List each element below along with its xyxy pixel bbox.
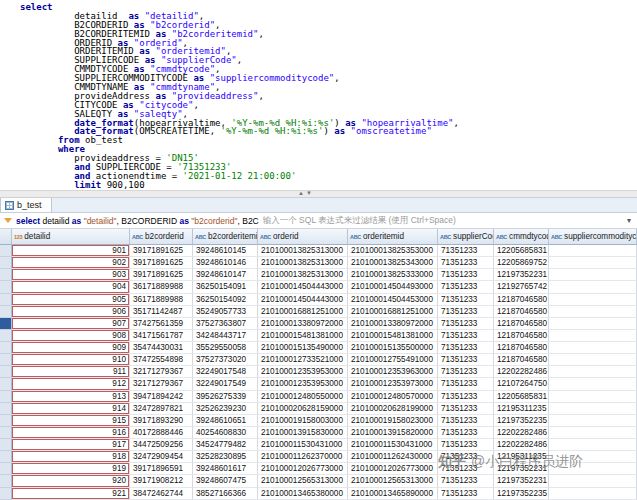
grid-cell[interactable] xyxy=(549,257,637,269)
grid-cell[interactable]: 71351233 xyxy=(438,378,494,390)
grid-cell[interactable]: 12197352235 xyxy=(494,415,549,427)
column-header-b2corderid[interactable]: ABCb2corderid xyxy=(130,229,193,245)
grid-cell[interactable]: 71351233 xyxy=(438,475,494,487)
grid-cell[interactable]: 910 xyxy=(12,354,130,366)
grid-cell[interactable]: 71351233 xyxy=(438,306,494,318)
grid-cell[interactable]: 39171908212 xyxy=(130,475,193,487)
row-header[interactable] xyxy=(0,281,12,293)
grid-cell[interactable]: 38527166366 xyxy=(193,488,258,500)
grid-cell[interactable] xyxy=(549,391,637,403)
tab-result-b-test[interactable]: b_test xyxy=(0,198,52,212)
grid-cell[interactable]: 71351233 xyxy=(438,354,494,366)
grid-cell[interactable]: 210100015481381000 xyxy=(348,330,438,342)
grid-cell[interactable]: 210100012353963000 xyxy=(348,366,438,378)
grid-cell[interactable] xyxy=(549,354,637,366)
row-header[interactable] xyxy=(0,354,12,366)
grid-cell[interactable]: 12205869752 xyxy=(494,257,549,269)
grid-cell[interactable] xyxy=(549,281,637,293)
grid-cell[interactable]: 39248607475 xyxy=(193,475,258,487)
row-header[interactable] xyxy=(0,294,12,306)
row-header[interactable] xyxy=(0,257,12,269)
grid-cell[interactable] xyxy=(549,439,637,451)
grid-cell[interactable]: 210100011530431000 xyxy=(348,439,438,451)
grid-cell[interactable]: 71351233 xyxy=(438,439,494,451)
grid-cell[interactable]: 39171891625 xyxy=(130,245,193,257)
row-header[interactable] xyxy=(0,439,12,451)
grid-cell[interactable]: 12205685831 xyxy=(494,245,549,257)
grid-cell[interactable] xyxy=(549,245,637,257)
pane-splitter[interactable]: ▲▼ xyxy=(0,190,637,198)
column-header-detailid[interactable]: 123detailid xyxy=(12,229,130,245)
grid-cell[interactable] xyxy=(549,366,637,378)
grid-cell[interactable]: 34248443717 xyxy=(193,330,258,342)
grid-cell[interactable]: 39526275339 xyxy=(193,391,258,403)
grid-cell[interactable]: 32249017548 xyxy=(193,366,258,378)
grid-cell[interactable]: 32171279367 xyxy=(130,366,193,378)
grid-cell[interactable] xyxy=(549,475,637,487)
grid-cell[interactable] xyxy=(549,294,637,306)
grid-cell[interactable]: 12187046580 xyxy=(494,354,549,366)
grid-cell[interactable]: 35529550058 xyxy=(193,342,258,354)
grid-cell[interactable]: 210100012755491000 xyxy=(348,354,438,366)
grid-cell[interactable]: 39248610146 xyxy=(193,257,258,269)
grid-cell[interactable]: 12187046580 xyxy=(494,318,549,330)
grid-cell[interactable]: 71351233 xyxy=(438,281,494,293)
grid-cell[interactable]: 920 xyxy=(12,475,130,487)
grid-cell[interactable]: 39248610147 xyxy=(193,269,258,281)
grid-cell[interactable]: 210100013825333000 xyxy=(348,269,438,281)
column-header-supplierCode[interactable]: ABCsupplierCode xyxy=(438,229,494,245)
grid-cell[interactable]: 71351233 xyxy=(438,488,494,500)
grid-cell[interactable]: 40172888446 xyxy=(130,427,193,439)
row-header[interactable] xyxy=(0,342,12,354)
row-header[interactable] xyxy=(0,463,12,475)
grid-cell[interactable]: 914 xyxy=(12,403,130,415)
grid-cell[interactable]: 210100011262370000 xyxy=(258,451,348,463)
grid-cell[interactable]: 921 xyxy=(12,488,130,500)
grid-cell[interactable]: 210100013380972000 xyxy=(348,318,438,330)
grid-cell[interactable]: 71351233 xyxy=(438,269,494,281)
grid-cell[interactable]: 36250154091 xyxy=(193,281,258,293)
grid-cell[interactable]: 210100019158003000 xyxy=(258,415,348,427)
grid-cell[interactable]: 12197352231 xyxy=(494,475,549,487)
grid-cell[interactable]: 210100015135500000 xyxy=(348,342,438,354)
grid-cell[interactable]: 210100013825343000 xyxy=(348,257,438,269)
grid-cell[interactable]: 903 xyxy=(12,269,130,281)
grid-cell[interactable]: 12192765742 xyxy=(494,281,549,293)
grid-cell[interactable]: 210100012565313000 xyxy=(348,475,438,487)
grid-cell[interactable]: 39248610651 xyxy=(193,415,258,427)
grid-cell[interactable]: 32472909454 xyxy=(130,451,193,463)
grid-cell[interactable]: 904 xyxy=(12,281,130,293)
row-header[interactable] xyxy=(0,475,12,487)
grid-cell[interactable]: 12205685831 xyxy=(494,391,549,403)
grid-cell[interactable]: 38472462744 xyxy=(130,488,193,500)
grid-cell[interactable]: 916 xyxy=(12,427,130,439)
grid-cell[interactable]: 210100020628159000 xyxy=(258,403,348,415)
grid-cell[interactable] xyxy=(549,342,637,354)
sql-editor[interactable]: select detailid as "detailid", B2CORDERI… xyxy=(0,0,637,190)
grid-cell[interactable]: 210100020628199000 xyxy=(348,403,438,415)
grid-cell[interactable]: 40254608830 xyxy=(193,427,258,439)
grid-cell[interactable]: 71351233 xyxy=(438,391,494,403)
grid-cell[interactable]: 71351233 xyxy=(438,342,494,354)
grid-cell[interactable]: 210100013465890000 xyxy=(348,488,438,500)
grid-cell[interactable]: 37527363807 xyxy=(193,318,258,330)
grid-cell[interactable]: 210100012026773000 xyxy=(258,463,348,475)
grid-cell[interactable]: 12187046580 xyxy=(494,342,549,354)
column-header-cmmdtycode[interactable]: ABCcmmdtycode xyxy=(494,229,549,245)
grid-cell[interactable]: 71351233 xyxy=(438,427,494,439)
grid-cell[interactable]: 71351233 xyxy=(438,318,494,330)
row-header[interactable] xyxy=(0,318,12,330)
grid-corner-cell[interactable] xyxy=(0,229,12,245)
row-header[interactable] xyxy=(0,330,12,342)
grid-cell[interactable]: 36171889988 xyxy=(130,294,193,306)
grid-cell[interactable]: 210100013465380000 xyxy=(258,488,348,500)
grid-cell[interactable] xyxy=(549,306,637,318)
grid-cell[interactable] xyxy=(549,415,637,427)
grid-cell[interactable]: 39171891625 xyxy=(130,269,193,281)
grid-cell[interactable]: 210100013915820000 xyxy=(348,427,438,439)
grid-cell[interactable]: 71351233 xyxy=(438,257,494,269)
row-header[interactable] xyxy=(0,366,12,378)
grid-cell[interactable]: 36171889988 xyxy=(130,281,193,293)
grid-cell[interactable]: 905 xyxy=(12,294,130,306)
grid-cell[interactable]: 210100019158023000 xyxy=(348,415,438,427)
